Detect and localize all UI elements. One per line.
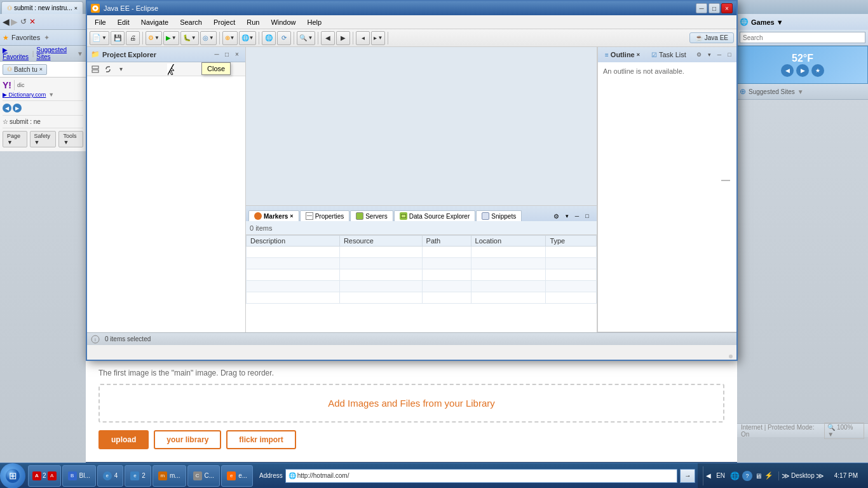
outline-tab-close[interactable]: × [637,51,640,58]
col-location[interactable]: Location [471,236,546,247]
toolbar-profile-btn[interactable]: ◎▼ [200,31,217,45]
perspective-java-ee[interactable]: ☕ Java EE [689,32,734,43]
safety-menu[interactable]: Safety ▼ [30,131,57,147]
tray-links[interactable]: ≫ [782,471,790,480]
language-indicator[interactable]: EN [714,471,728,480]
tab-markers[interactable]: Markers × [248,210,299,221]
ie-fwd-btn[interactable]: ▶ [11,17,18,27]
flickr-import-button[interactable]: flickr import [226,430,295,449]
bottom-panel-minimize[interactable]: ─ [573,212,581,220]
toolbar-ws2-btn[interactable]: 🌐▼ [239,31,257,45]
project-explorer-close-btn[interactable]: × [233,50,241,59]
view-menu-btn[interactable]: ▾ [115,64,126,75]
tab-markers-close[interactable]: × [290,213,293,219]
collapse-all-btn[interactable] [90,64,101,75]
status-drag-handle[interactable] [729,355,733,358]
taskbar-address-input[interactable]: 🌐 http://hotmail.com/ [285,469,677,483]
eclipse-close-btn[interactable]: × [721,3,733,13]
bottom-panel-view-menu[interactable]: ▾ [562,212,571,220]
col-type[interactable]: Type [546,236,597,247]
weather-btn-1[interactable]: ◀ [781,64,794,77]
tab-properties[interactable]: Properties [300,210,350,221]
go-button[interactable]: → [680,469,695,483]
menu-search[interactable]: Search [175,17,207,27]
link-with-editor-btn[interactable] [102,64,114,75]
suggested-sites[interactable]: Suggested Sites [36,46,74,60]
col-description[interactable]: Description [247,236,340,247]
toolbar-debug-btn[interactable]: 🐛▼ [180,31,199,45]
toolbar-save-btn[interactable]: 💾 [111,31,125,45]
taskbar-item-acrobat[interactable]: A 2 A [28,465,61,487]
ie-stop-btn[interactable]: ✕ [29,17,36,26]
taskbar-item-ie4[interactable]: e 4 [97,465,124,487]
ie-zoom[interactable]: 🔍 100% ▼ [824,423,864,439]
toolbar-back-btn[interactable]: ◀ [321,31,335,45]
col-path[interactable]: Path [422,236,471,247]
tray-links-2[interactable]: ≫ [816,471,824,480]
ie-tab-close[interactable]: × [74,5,78,11]
outline-view-btn[interactable]: ⚙ [695,50,703,59]
ie-refresh-btn[interactable]: ↺ [20,17,27,26]
eclipse-restore-btn[interactable]: □ [709,3,720,13]
dictionary-link[interactable]: ▶ Dictionary.com ▼ [3,92,83,98]
taskbar-item-bl[interactable]: B Bl... [62,465,96,487]
toolbar-search-btn[interactable]: 🔍▼ [297,31,315,45]
upload-drop-zone[interactable]: Add Images and Files from your Library [98,384,724,423]
bottom-panel-gear[interactable]: ⚙ [551,211,561,221]
yahoo-toolbar[interactable]: Y! dic [3,80,83,90]
taskbar-clock[interactable]: 4:17 PM [829,472,863,479]
menu-project[interactable]: Project [208,17,240,27]
taskbar-item-m[interactable]: m m... [153,465,186,487]
menu-help[interactable]: Help [302,17,327,27]
toolbar-ant-btn[interactable]: ⚙▼ [146,31,162,45]
your-library-button[interactable]: your library [154,430,221,449]
menu-file[interactable]: File [90,17,111,27]
col-resource[interactable]: Resource [339,236,422,247]
tab-data-source-explorer[interactable]: Data Source Explorer [394,210,476,221]
battery-icon[interactable]: ⚡ [764,471,773,480]
upload-button[interactable]: upload [98,430,149,449]
tray-expand-btn[interactable]: ◀ [706,472,711,479]
outline-menu-btn[interactable]: ▾ [705,50,714,59]
taskbar-item-2[interactable]: e 2 [125,465,151,487]
toolbar-new-btn[interactable]: 📄▼ [90,31,109,45]
project-explorer-maximize-btn[interactable]: □ [222,50,231,59]
weather-btn-3[interactable]: ★ [811,64,824,77]
network-icon[interactable]: 🌐 [730,471,740,480]
toolbar-sync-btn[interactable]: ⟳ [277,31,291,45]
tab-servers[interactable]: Servers [350,210,393,221]
toolbar-ws-btn[interactable]: ⊕▼ [222,31,238,45]
menu-window[interactable]: Window [266,17,301,27]
help-icon[interactable]: ? [742,471,752,481]
batch-tab-close[interactable]: × [39,66,43,72]
tab-outline[interactable]: ≡ Outline × [600,49,644,60]
toolbar-browser-btn[interactable]: 🌐 [262,31,276,45]
outline-minimize-btn[interactable]: ─ [715,50,724,59]
menu-edit[interactable]: Edit [112,17,135,27]
favorites-icon[interactable]: ★ [3,34,9,42]
favorites-link[interactable]: ▶ Favorites [3,46,30,60]
bottom-panel-maximize[interactable]: □ [583,212,592,220]
toolbar-print-btn[interactable]: 🖨 [126,31,140,45]
toolbar-fwd-btn[interactable]: ▶ [336,31,350,45]
toolbar-run-btn[interactable]: ▶▼ [163,31,179,45]
page-menu[interactable]: Page ▼ [3,131,27,147]
games-menu[interactable]: Games ▼ [751,18,783,26]
taskbar-item-e[interactable]: e e... [221,465,253,487]
outline-maximize-btn[interactable]: □ [725,50,734,59]
ie-tab-1[interactable]: ⚇ submit : new instru... × [1,1,83,14]
batch-tab[interactable]: ⚇ Batch tu × [3,64,47,75]
taskbar-item-c[interactable]: C C... [187,465,220,487]
eclipse-minimize-btn[interactable]: ─ [696,3,707,13]
favorites-bar-item[interactable]: ◀ ▶ [3,104,83,112]
toolbar-nav-fwd[interactable]: ▸▼ [371,31,385,45]
ie-search-input[interactable] [740,32,865,43]
tab-snippets[interactable]: Snippets [476,210,522,221]
add-to-favorites[interactable]: ☆ submit : ne [3,118,83,125]
desktop-icon[interactable]: 🖥 [755,472,762,480]
toolbar-nav-back[interactable]: ◂ [356,31,370,45]
weather-btn-2[interactable]: ▶ [796,64,809,77]
menu-navigate[interactable]: Navigate [136,17,173,27]
menu-run[interactable]: Run [241,17,264,27]
project-explorer-minimize-btn[interactable]: ─ [212,50,221,59]
